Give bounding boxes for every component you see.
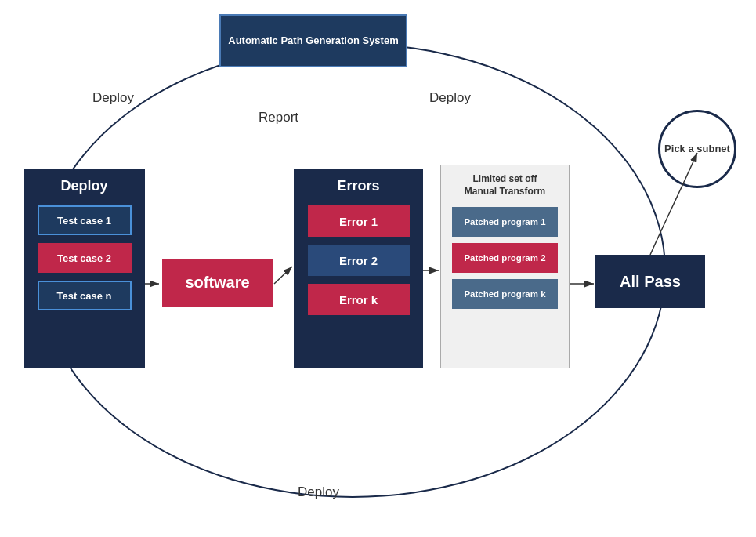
test-case-2: Test case 2 bbox=[38, 243, 132, 273]
deploy-block: Deploy Test case 1 Test case 2 Test case… bbox=[24, 169, 145, 368]
all-pass-label: All Pass bbox=[620, 273, 681, 291]
error-1: Error 1 bbox=[308, 205, 410, 237]
error-k: Error k bbox=[308, 284, 410, 315]
subnet-circle: Pick a subnet bbox=[658, 110, 736, 188]
diagram-container: Automatic Path Generation System Deploy … bbox=[0, 0, 756, 537]
patched-program-k: Patched program k bbox=[452, 279, 558, 309]
label-deploy-topleft: Deploy bbox=[92, 90, 134, 106]
limited-box-title: Limited set offManual Transform bbox=[465, 173, 545, 198]
errors-block-title: Errors bbox=[337, 178, 379, 194]
apgs-box: Automatic Path Generation System bbox=[219, 14, 407, 67]
apgs-label: Automatic Path Generation System bbox=[228, 34, 398, 48]
all-pass-box: All Pass bbox=[595, 255, 705, 308]
software-label: software bbox=[185, 274, 249, 292]
limited-set-box: Limited set offManual Transform Patched … bbox=[440, 165, 570, 368]
subnet-label: Pick a subnet bbox=[664, 143, 730, 156]
deploy-block-title: Deploy bbox=[60, 178, 107, 194]
label-report: Report bbox=[259, 110, 298, 125]
test-case-n: Test case n bbox=[38, 281, 132, 310]
test-case-1: Test case 1 bbox=[38, 205, 132, 235]
patched-program-2: Patched program 2 bbox=[452, 243, 558, 273]
label-deploy-topright: Deploy bbox=[429, 90, 471, 106]
patched-program-1: Patched program 1 bbox=[452, 207, 558, 237]
error-2: Error 2 bbox=[308, 245, 410, 276]
software-box: software bbox=[161, 257, 274, 308]
label-deploy-bottom: Deploy bbox=[298, 484, 339, 500]
errors-block: Errors Error 1 Error 2 Error k bbox=[294, 169, 423, 368]
